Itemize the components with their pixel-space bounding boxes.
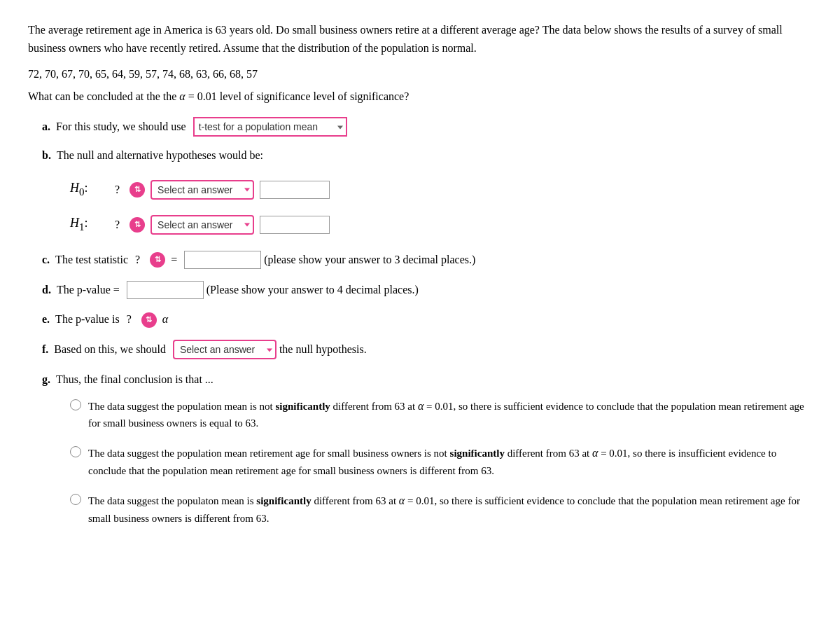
part-g: g. Thus, the final conclusion is that ..… [42, 370, 812, 390]
e-question-mark: ? [127, 310, 132, 330]
intro-paragraph: The average retirement age in America is… [28, 21, 812, 57]
h0-question-mark: ? [112, 184, 122, 196]
f-select[interactable]: Select an answer reject fail to reject a… [173, 340, 276, 359]
part-c-label: c. [42, 250, 50, 270]
h1-row: H1: ? ⇅ Select an answer μ = 63 μ ≠ 63 μ… [70, 215, 812, 235]
test-type-select[interactable]: t-test for a population mean z-test for … [193, 117, 347, 137]
part-e: e. The p-value is ? ⇅ α [42, 310, 812, 330]
part-a-text: For this study, we should use [56, 117, 186, 137]
h0-label: H0: [70, 181, 112, 198]
c-badge[interactable]: ⇅ [150, 252, 165, 268]
alpha-symbol: α [179, 90, 185, 102]
conclusion-item-1: The data suggest the population mean is … [70, 397, 812, 432]
h0-select[interactable]: Select an answer μ = 63 μ ≠ 63 μ < 63 μ … [150, 180, 254, 200]
parts-container: a. For this study, we should use t-test … [42, 117, 812, 526]
part-b-text: The null and alternative hypotheses woul… [57, 146, 263, 166]
part-f-text-before: Based on this, we should [54, 340, 166, 360]
h0-select-wrapper: Select an answer μ = 63 μ ≠ 63 μ < 63 μ … [150, 180, 254, 200]
part-c-text: The test statistic [55, 250, 128, 270]
part-b-label: b. [42, 146, 51, 166]
h0-row: H0: ? ⇅ Select an answer μ = 63 μ ≠ 63 μ… [70, 180, 812, 200]
h1-select[interactable]: Select an answer μ = 63 μ ≠ 63 μ < 63 μ … [150, 215, 254, 235]
e-alpha: α [162, 310, 168, 330]
conclusion-text-2: The data suggest the population mean ret… [88, 444, 812, 479]
conclusion-text-3: The data suggest the populaton mean is s… [88, 492, 812, 527]
f-select-wrapper: Select an answer reject fail to reject a… [173, 340, 276, 360]
part-f-text-after: the null hypothesis. [279, 340, 367, 360]
part-b: b. The null and alternative hypotheses w… [42, 146, 812, 166]
part-f: f. Based on this, we should Select an an… [42, 340, 812, 360]
part-g-label: g. [42, 370, 50, 390]
h1-badge[interactable]: ⇅ [130, 217, 145, 233]
c-hint: (please show your answer to 3 decimal pl… [264, 250, 475, 270]
part-f-label: f. [42, 340, 48, 360]
part-e-label: e. [42, 310, 50, 330]
h1-select-wrapper: Select an answer μ = 63 μ ≠ 63 μ < 63 μ … [150, 215, 254, 235]
part-d: d. The p-value = (Please show your answe… [42, 280, 812, 300]
data-line: 72, 70, 67, 70, 65, 64, 59, 57, 74, 68, … [28, 68, 812, 81]
c-equals: = [171, 250, 177, 270]
hypothesis-section: H0: ? ⇅ Select an answer μ = 63 μ ≠ 63 μ… [70, 180, 812, 235]
c-question-mark: ? [135, 250, 140, 270]
conclusion-item-3: The data suggest the populaton mean is s… [70, 492, 812, 527]
h1-value-input[interactable] [260, 216, 330, 234]
h0-value-input[interactable] [260, 181, 330, 199]
conclusion-item-2: The data suggest the population mean ret… [70, 444, 812, 479]
test-type-wrapper: t-test for a population mean z-test for … [193, 117, 347, 137]
h0-badge[interactable]: ⇅ [130, 182, 145, 198]
part-a: a. For this study, we should use t-test … [42, 117, 812, 137]
test-statistic-input[interactable] [184, 251, 261, 269]
part-a-label: a. [42, 117, 50, 137]
conclusion-radio-3[interactable] [70, 494, 81, 505]
d-hint: (Please show your answer to 4 decimal pl… [206, 280, 419, 300]
p-value-input[interactable] [127, 281, 204, 299]
h1-question-mark: ? [112, 219, 122, 231]
e-badge[interactable]: ⇅ [141, 312, 157, 328]
part-d-label: d. [42, 280, 51, 300]
part-g-text: Thus, the final conclusion is that ... [56, 370, 214, 390]
part-e-text: The p-value is [55, 310, 120, 330]
part-c: c. The test statistic ? ⇅ = (please show… [42, 250, 812, 270]
part-d-text: The p-value = [57, 280, 120, 300]
conclusion-radio-1[interactable] [70, 399, 81, 410]
conclusion-radio-2[interactable] [70, 446, 81, 457]
h1-label: H1: [70, 216, 112, 233]
conclusion-text-1: The data suggest the population mean is … [88, 397, 812, 432]
question-line: What can be concluded at the the α = 0.0… [28, 90, 812, 103]
conclusion-section: The data suggest the population mean is … [70, 397, 812, 527]
